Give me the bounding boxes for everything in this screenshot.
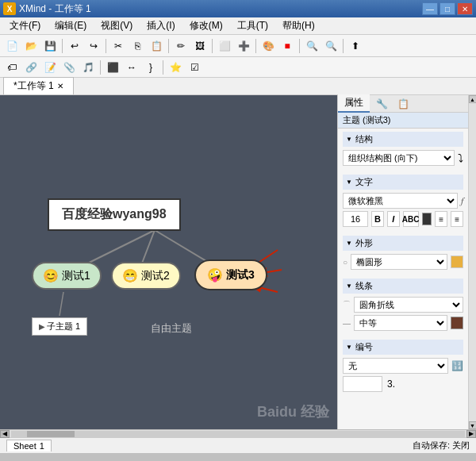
shape-color[interactable]: [451, 255, 463, 268]
text-section: ▼ 文字 微软雅黑 𝑓 B I ABC ≡ ≡: [338, 171, 468, 232]
properties-tab[interactable]: 属性: [338, 94, 370, 113]
shape-header[interactable]: ▼ 外形: [343, 236, 463, 251]
line-weight-select[interactable]: 中等: [354, 315, 447, 331]
audio-btn[interactable]: 🎵: [79, 59, 97, 76]
menu-insert[interactable]: 插入(I): [140, 17, 181, 34]
structure-header[interactable]: ▼ 结构: [343, 132, 463, 147]
panel-icon2[interactable]: 📋: [394, 97, 413, 111]
canvas-scroll[interactable]: ◀ ▶: [0, 429, 476, 437]
text-header[interactable]: ▼ 文字: [343, 175, 463, 190]
sep6: [299, 39, 300, 53]
cut-btn[interactable]: ✂: [109, 37, 127, 55]
right-scrollbar[interactable]: ▲ ▼: [468, 95, 476, 429]
undo-btn[interactable]: ↩: [66, 37, 83, 55]
italic-icon: 𝑓: [461, 195, 463, 206]
minimize-button[interactable]: —: [422, 2, 438, 15]
link-btn[interactable]: 🔗: [22, 59, 40, 76]
scroll-up[interactable]: ▲: [469, 95, 477, 103]
img-btn[interactable]: 🖼: [191, 37, 209, 55]
line-color[interactable]: [451, 317, 463, 329]
child-node-2[interactable]: 😁 测试2: [111, 262, 181, 290]
save-btn[interactable]: 💾: [41, 37, 59, 55]
style-btn[interactable]: 🎨: [259, 37, 277, 55]
sep4: [212, 39, 213, 53]
center-node[interactable]: 百度经验wyang98: [48, 198, 181, 231]
titlebar-buttons[interactable]: — □ ✕: [422, 2, 473, 15]
text-arrow: ▼: [346, 179, 352, 186]
panel-icon1[interactable]: 🔧: [373, 97, 391, 111]
zoom-in[interactable]: 🔍: [322, 37, 340, 55]
numbering-label: 编号: [355, 341, 373, 353]
sub1-label: 子主题 1: [47, 321, 80, 332]
pencil-btn[interactable]: ✏: [172, 37, 190, 55]
sub-btn[interactable]: ➕: [235, 37, 252, 55]
shape-select[interactable]: 椭圆形: [351, 254, 447, 270]
child-node-1[interactable]: 😊 测试1: [32, 262, 102, 290]
main-tab[interactable]: *工作等 1 ✕: [3, 77, 74, 94]
titlebar-title: XMind - 工作等 1: [19, 2, 91, 16]
sheet-label: Sheet: [13, 441, 36, 451]
child1-emoji: 😊: [43, 268, 59, 283]
scroll-left[interactable]: ◀: [0, 430, 10, 438]
line-style-row: ⌒ 圆角折线: [343, 297, 463, 313]
scroll-down[interactable]: ▼: [469, 421, 477, 429]
align-btn[interactable]: ≡: [435, 211, 447, 227]
zoom-out[interactable]: 🔍: [303, 37, 321, 55]
align-btn2[interactable]: ≡: [451, 211, 463, 227]
scroll-track-h[interactable]: [11, 431, 465, 437]
task-btn[interactable]: ☑: [186, 59, 203, 76]
sub-node-1[interactable]: ▶ 子主题 1: [32, 317, 87, 336]
number-input[interactable]: [343, 376, 382, 392]
menu-view[interactable]: 视图(V): [94, 17, 139, 34]
marker-btn[interactable]: 🏷: [3, 59, 21, 76]
italic-btn[interactable]: I: [387, 211, 400, 227]
font-size-input[interactable]: [343, 211, 368, 227]
toolbar1: 📄 📂 💾 ↩ ↪ ✂ ⎘ 📋 ✏ 🖼 ⬜ ➕ 🎨 ■ 🔍 🔍 ⬆: [0, 35, 476, 57]
line-header[interactable]: ▼ 线条: [343, 279, 463, 294]
toolbar2: 🏷 🔗 📝 📎 🎵 ⬛ ↔ } ⭐ ☑: [0, 57, 476, 78]
right-panel: 属性 🔧 📋 主题 (测试3) ▼ 结构 组织结构图 (向下) ⤵ ▼: [337, 95, 468, 429]
menubar: 文件(F) 编辑(E) 视图(V) 插入(I) 修改(M) 工具(T) 帮助(H…: [0, 17, 476, 35]
underline-btn[interactable]: ABC: [403, 211, 419, 227]
line-weight-row: — 中等: [343, 315, 463, 331]
child-node-3[interactable]: 🤪 测试3: [194, 259, 267, 290]
new-btn[interactable]: 📄: [3, 37, 21, 55]
topic-btn[interactable]: ⬜: [216, 37, 233, 55]
svg-line-3: [60, 292, 63, 316]
boundary-btn[interactable]: ⬛: [104, 59, 121, 76]
paste-btn[interactable]: 📋: [148, 37, 165, 55]
open-btn[interactable]: 📂: [22, 37, 40, 55]
sheet-tab[interactable]: Sheet 1: [6, 440, 52, 451]
numbering-select[interactable]: 无: [343, 358, 448, 374]
structure-select[interactable]: 组织结构图 (向下): [343, 150, 455, 166]
titlebar-left: X XMind - 工作等 1: [3, 2, 91, 16]
canvas-area[interactable]: 百度经验wyang98 😊 测试1 😁 测试2 🤪 测试3 ▶ 子主题 1 自由…: [0, 95, 337, 429]
menu-tools[interactable]: 工具(T): [231, 17, 274, 34]
priority-btn[interactable]: ⭐: [167, 59, 184, 76]
copy-btn[interactable]: ⎘: [129, 37, 146, 55]
line-style-select[interactable]: 圆角折线: [354, 297, 463, 313]
redo-btn[interactable]: ↪: [85, 37, 102, 55]
menu-help[interactable]: 帮助(H): [276, 17, 321, 34]
note-btn[interactable]: 📝: [41, 59, 59, 76]
child3-label: 测试3: [226, 268, 255, 282]
color-btn[interactable]: ■: [278, 37, 296, 55]
tab-close[interactable]: ✕: [57, 82, 63, 90]
line-style-icon: ⌒: [343, 299, 351, 310]
titlebar: X XMind - 工作等 1 — □ ✕: [0, 0, 476, 17]
numbering-header[interactable]: ▼ 编号: [343, 340, 463, 355]
maximize-button[interactable]: □: [440, 2, 455, 15]
font-select[interactable]: 微软雅黑: [343, 193, 458, 209]
bold-btn[interactable]: B: [371, 211, 384, 227]
menu-edit[interactable]: 编辑(E): [48, 17, 93, 34]
attach-btn[interactable]: 📎: [60, 59, 78, 76]
font-color[interactable]: [422, 213, 432, 225]
scroll-right[interactable]: ▶: [466, 430, 476, 438]
menu-file[interactable]: 文件(F): [3, 17, 47, 34]
menu-modify[interactable]: 修改(M): [183, 17, 229, 34]
close-button[interactable]: ✕: [457, 2, 473, 15]
shape-radio-icon: ○: [343, 258, 347, 267]
relate-btn[interactable]: ↔: [123, 59, 140, 76]
summary-btn[interactable]: }: [142, 59, 159, 76]
export-btn[interactable]: ⬆: [347, 37, 364, 55]
